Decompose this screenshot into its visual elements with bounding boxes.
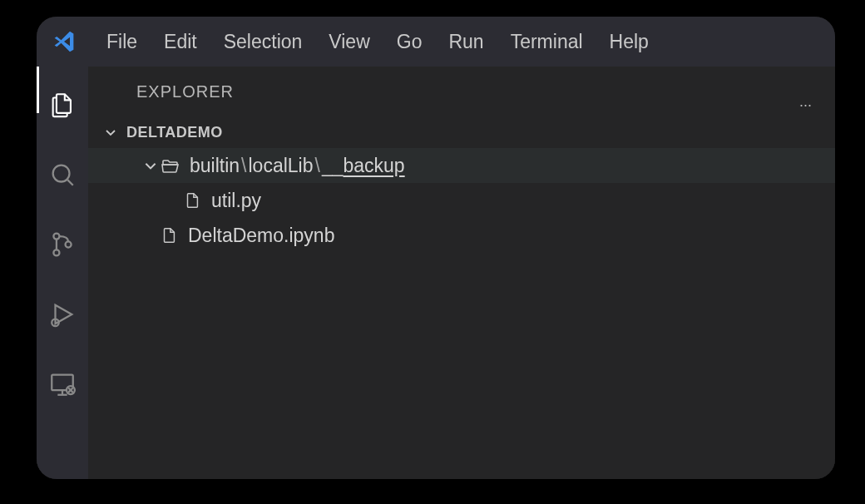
chevron-down-icon [101, 123, 120, 141]
menu-terminal[interactable]: Terminal [509, 27, 585, 57]
file-name: util.py [211, 190, 261, 212]
remote-icon[interactable] [47, 369, 77, 399]
activity-active-indicator [37, 67, 39, 113]
explorer-sidebar: EXPLORER ··· DELTADEMO [88, 67, 835, 479]
tree-file-row[interactable]: util.py [88, 183, 835, 218]
activity-bar [37, 67, 88, 479]
search-icon[interactable] [47, 160, 77, 190]
svg-point-0 [53, 166, 70, 182]
folder-path: builtin\localLib\__backup [190, 155, 405, 177]
folder-open-icon [160, 155, 181, 176]
title-bar: File Edit Selection View Go Run Terminal… [37, 17, 835, 67]
svg-line-1 [67, 180, 72, 185]
menu-run[interactable]: Run [447, 27, 485, 57]
file-icon [181, 190, 203, 211]
source-control-icon[interactable] [47, 230, 77, 259]
svg-point-4 [66, 241, 72, 247]
file-icon [158, 225, 180, 246]
explorer-icon[interactable] [47, 90, 77, 120]
file-name: DeltaDemo.ipynb [188, 225, 334, 247]
sidebar-more-icon[interactable]: ··· [799, 96, 812, 114]
menu-view[interactable]: View [327, 27, 371, 57]
menu-help[interactable]: Help [608, 27, 650, 57]
svg-point-3 [53, 250, 59, 255]
window-body: EXPLORER ··· DELTADEMO [37, 67, 835, 479]
tree-folder-row[interactable]: builtin\localLib\__backup [88, 148, 835, 183]
file-tree: builtin\localLib\__backup util.py [88, 148, 835, 253]
svg-point-2 [53, 234, 59, 240]
app-window: File Edit Selection View Go Run Terminal… [37, 17, 835, 479]
sidebar-title: EXPLORER [88, 67, 835, 116]
run-debug-icon[interactable] [47, 299, 77, 329]
menu-edit[interactable]: Edit [162, 27, 199, 57]
menu-selection[interactable]: Selection [222, 27, 304, 57]
menu-go[interactable]: Go [395, 27, 424, 57]
tree-file-row[interactable]: DeltaDemo.ipynb [88, 218, 835, 253]
vscode-logo-icon [52, 29, 77, 54]
workspace-header[interactable]: DELTADEMO [88, 116, 835, 148]
chevron-down-icon [141, 156, 160, 175]
workspace-name: DELTADEMO [126, 124, 223, 141]
menu-file[interactable]: File [105, 27, 139, 57]
